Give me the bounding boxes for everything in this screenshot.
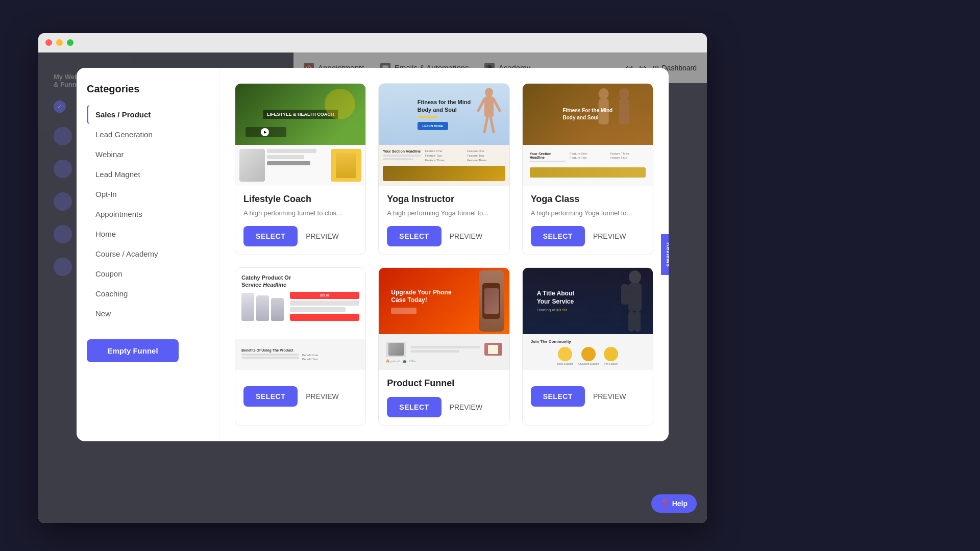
categories-title: Categories [87,83,209,95]
yoga-class-preview: Fitness For the MindBody and Soul Your S… [523,84,653,186]
lifestyle-coach-title: Lifestyle Coach [243,194,357,205]
product-items: $29.99 [241,292,359,321]
product-funnel-actions: SELECT PREVIEW [387,397,501,417]
svg-line-5 [491,117,494,132]
svg-rect-9 [619,99,629,124]
svg-rect-11 [628,283,642,311]
reviews-tab[interactable]: Reviews [661,234,669,275]
category-sales-product[interactable]: Sales / Product [87,105,209,124]
product-select-button[interactable]: SELECT [243,386,298,407]
category-coaching[interactable]: Coaching [87,284,209,303]
service-select-button[interactable]: SELECT [531,386,585,407]
template-modal: Categories Sales / Product Lead Generati… [77,68,669,441]
category-lead-generation[interactable]: Lead Generation [87,125,209,144]
category-home[interactable]: Home [87,224,209,243]
categories-sidebar: Categories Sales / Product Lead Generati… [77,68,219,441]
lifestyle-coach-preview-bottom [235,145,365,186]
minimize-button[interactable] [56,39,63,46]
help-button[interactable]: ❓ Help [651,494,697,513]
product-funnel-preview-top: Upgrade Your PhoneCase Today! [379,268,509,334]
lifestyle-coach-preview-top: LIFESTYLE & HEALTH COACH ▶ [235,84,365,145]
category-new[interactable]: New [87,304,209,323]
product-preview-bottom: Benefits Of Using The Product Benefit On… [235,339,365,370]
product-preview-top: Catchy Product OrService Headline [235,268,365,339]
product-funnel-title: Product Funnel [387,378,501,389]
yoga-class-preview-bottom: Your Section Headline Feature One Featur… [523,145,653,186]
lifestyle-coach-actions: SELECT PREVIEW [243,226,357,246]
empty-funnel-button[interactable]: Empty Funnel [87,339,179,362]
category-course-academy[interactable]: Course / Academy [87,244,209,263]
svg-line-2 [478,99,484,111]
svg-point-10 [629,270,641,284]
yoga-instructor-desc: A high performing Yoga funnel to... [387,209,501,218]
template-card-service: A Title AboutYour Service Starting at $9… [522,267,653,426]
templates-grid: LIFESTYLE & HEALTH COACH ▶ [235,83,653,426]
product-info: SELECT PREVIEW [235,370,365,415]
svg-point-0 [485,88,493,97]
help-icon: ❓ [660,499,669,508]
category-lead-magnet[interactable]: Lead Magnet [87,165,209,184]
lifestyle-coach-preview: LIFESTYLE & HEALTH COACH ▶ [235,84,365,186]
product-funnel-preview-bottom: 🔥 yahoo! 📺 NBC [379,334,509,370]
lifestyle-yellow-box [331,149,361,182]
templates-main: LIFESTYLE & HEALTH COACH ▶ [219,68,669,441]
svg-rect-14 [634,311,641,332]
product-funnel-preview-link[interactable]: PREVIEW [450,403,483,411]
template-card-product-funnel: Upgrade Your PhoneCase Today! [378,267,509,426]
modal-overlay: Categories Sales / Product Lead Generati… [38,53,707,523]
yoga-class-info: Yoga Class A high performing Yoga funnel… [523,186,653,255]
yoga-class-preview-link[interactable]: PREVIEW [593,232,626,240]
maximize-button[interactable] [67,39,74,46]
svg-point-8 [619,88,629,99]
lifestyle-form [267,149,329,182]
yoga-instructor-preview-top: Fitness for the MindBody and Soul LEARN … [379,84,509,145]
lifestyle-coach-select-button[interactable]: SELECT [243,226,298,246]
svg-line-3 [494,99,500,111]
category-appointments[interactable]: Appointments [87,205,209,223]
yoga-class-select-button[interactable]: SELECT [531,226,585,246]
product-actions: SELECT PREVIEW [243,386,357,407]
yoga-instructor-select-button[interactable]: SELECT [387,226,441,246]
product-funnel-select-button[interactable]: SELECT [387,397,441,417]
help-label: Help [672,499,688,508]
template-card-product: Catchy Product OrService Headline [235,267,366,426]
category-opt-in[interactable]: Opt-In [87,185,209,204]
service-info: SELECT PREVIEW [523,370,653,415]
yoga-instructor-info: Yoga Instructor A high performing Yoga f… [379,186,509,255]
category-webinar[interactable]: Webinar [87,145,209,164]
yoga-class-desc: A high performing Yoga funnel to... [531,209,645,218]
yoga-instructor-title: Yoga Instructor [387,194,501,205]
lifestyle-coach-preview-link[interactable]: PREVIEW [306,232,339,240]
product-preview: Catchy Product OrService Headline [235,268,365,370]
product-funnel-preview: Upgrade Your PhoneCase Today! [379,268,509,370]
svg-rect-12 [621,284,628,305]
service-preview: A Title AboutYour Service Starting at $9… [523,268,653,370]
service-preview-bottom: Join The Community Basic Support [523,334,653,370]
yoga-instructor-preview-link[interactable]: PREVIEW [450,232,483,240]
yoga-class-actions: SELECT PREVIEW [531,226,645,246]
mac-window: My Websites & Funnels ✓ 📅 Appointments ✉… [38,33,707,523]
template-card-lifestyle-coach: LIFESTYLE & HEALTH COACH ▶ [235,83,366,255]
svg-point-6 [598,88,608,99]
template-card-yoga-class: Fitness For the MindBody and Soul Your S… [522,83,653,255]
close-button[interactable] [45,39,52,46]
mac-titlebar [38,33,707,53]
yoga-instructor-actions: SELECT PREVIEW [387,226,501,246]
product-preview-link[interactable]: PREVIEW [306,392,339,400]
yoga-instructor-preview-bottom: Your Section Headline Feature One Featur… [379,145,509,186]
lifestyle-thumb-1 [239,149,265,182]
lifestyle-coach-info: Lifestyle Coach A high performing funnel… [235,186,365,255]
service-actions: SELECT PREVIEW [531,386,645,407]
svg-rect-13 [628,311,634,332]
service-preview-top: A Title AboutYour Service Starting at $9… [523,268,653,334]
lifestyle-coach-desc: A high performing funnel to clos... [243,209,357,218]
svg-line-4 [484,117,487,132]
yoga-class-title: Yoga Class [531,194,645,205]
svg-rect-1 [484,96,494,117]
yoga-class-preview-top: Fitness For the MindBody and Soul [523,84,653,145]
category-coupon[interactable]: Coupon [87,264,209,283]
service-preview-link[interactable]: PREVIEW [593,392,626,400]
template-card-yoga-instructor: Fitness for the MindBody and Soul LEARN … [378,83,509,255]
product-funnel-info: Product Funnel SELECT PREVIEW [379,370,509,425]
yoga-instructor-preview: Fitness for the MindBody and Soul LEARN … [379,84,509,186]
